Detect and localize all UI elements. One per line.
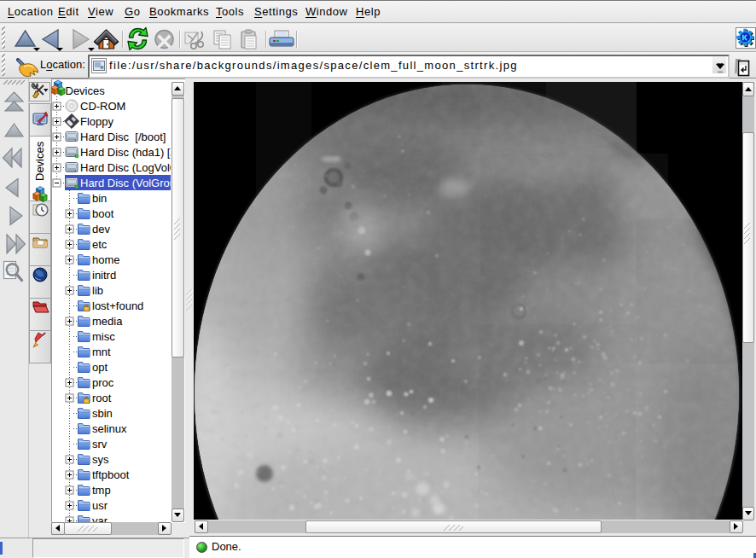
svg-text:Hard Disc (hda1) [/]: Hard Disc (hda1) [/] [80,146,171,159]
svg-text:lib: lib [92,284,103,297]
svg-text:var: var [92,514,108,523]
svg-text:etc: etc [92,238,108,251]
svg-text:tmp: tmp [92,484,111,497]
svg-text:usr: usr [92,499,108,512]
svg-text:srv: srv [92,438,108,450]
svg-text:sys: sys [92,453,109,466]
svg-text:initrd: initrd [92,269,116,282]
svg-text:dev: dev [92,223,110,235]
svg-text:tftpboot: tftpboot [92,468,130,481]
svg-text:bin: bin [92,192,107,205]
svg-text:Devices: Devices [66,84,106,97]
svg-text:media: media [92,315,123,328]
svg-text:home: home [92,253,120,266]
svg-text:sbin: sbin [92,407,113,420]
svg-text:mnt: mnt [92,346,111,358]
svg-text:proc: proc [92,376,114,389]
svg-text:misc: misc [92,330,115,343]
svg-text:CD-ROM: CD-ROM [80,100,125,113]
svg-text:Floppy: Floppy [80,115,114,128]
svg-text:lost+found: lost+found [92,299,143,312]
svg-text:selinux: selinux [92,422,127,435]
svg-text:Devices: Devices [33,141,46,181]
svg-text:Hard Disc (VolGroup00): Hard Disc (VolGroup00) [80,177,171,189]
svg-text:opt: opt [92,361,108,374]
svg-text:root: root [92,392,112,404]
svg-text:Hard Disc [/boot]: Hard Disc [/boot] [80,131,166,143]
svg-text:Hard Disc (LogVol00): Hard Disc (LogVol00) [80,161,171,174]
svg-text:boot: boot [92,207,114,220]
